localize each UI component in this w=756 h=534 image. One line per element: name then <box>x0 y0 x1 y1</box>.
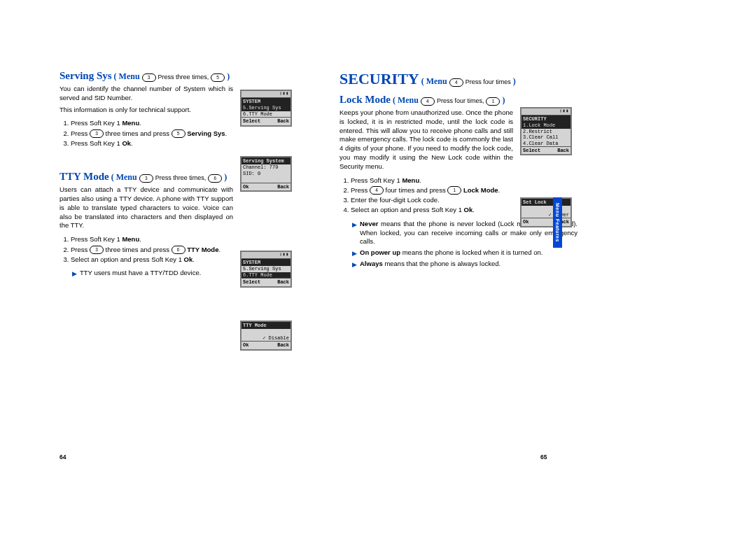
lcd-statusbar: ▯▮▮ <box>241 252 290 259</box>
heading-text: SECURITY <box>340 70 419 88</box>
key-icon: 3 <box>90 129 104 138</box>
key-icon: 3 <box>142 73 156 82</box>
phone-screen-icon: ▯▮▮ SYSTEM 5.Serving Sys 6.TTY Mode Sele… <box>240 90 292 127</box>
heading-text: TTY Mode <box>59 171 109 183</box>
phone-screen-icon: Set Lock ✓ Never OkBack <box>520 197 572 227</box>
step-item: Press 4 four times and press 1 Lock Mode… <box>351 185 578 195</box>
heading-text: Serving Sys <box>59 70 112 82</box>
paren-open: ( <box>114 71 117 82</box>
paren-close: ) <box>227 71 230 82</box>
key-icon: 3 <box>139 174 153 183</box>
key-icon: 6 <box>172 246 186 254</box>
page-number-right: 65 <box>540 454 547 461</box>
arrow-icon: ▶ <box>352 248 357 258</box>
body-paragraph: This information is only for technical s… <box>59 106 233 115</box>
menu-label: Menu <box>119 71 140 82</box>
lcd-statusbar: ▯▮▮ <box>241 91 290 98</box>
key-icon: 3 <box>90 246 104 254</box>
section-tab: Menu Features <box>553 197 562 248</box>
key-icon: 4 <box>370 186 384 195</box>
option-item: ▶ On power up means the phone is locked … <box>352 248 578 258</box>
key-icon: 4 <box>421 97 435 106</box>
step-item: Press Soft Key 1 Menu. <box>71 234 291 244</box>
security-heading: SECURITY ( Menu 4 Press four times ) <box>340 70 578 88</box>
arrow-icon: ▶ <box>352 220 357 246</box>
lcd-statusbar: ▯▮▮ <box>522 108 570 115</box>
step-item: Press Soft Key 1 Menu. <box>71 118 248 128</box>
key-icon: 1 <box>447 186 461 195</box>
right-page: SECURITY ( Menu 4 Press four times ) Loc… <box>340 70 578 280</box>
step-item: Press 3 three times and press 6 TTY Mode… <box>71 245 237 255</box>
phone-screen-icon: Serving System Channel: 779 SID: 0 OkBac… <box>240 156 292 192</box>
heading-text: Lock Mode <box>340 94 391 106</box>
body-paragraph: Keeps your phone from unauthorized use. … <box>340 108 513 171</box>
key-icon: 5 <box>211 73 225 82</box>
page-number-left: 64 <box>59 454 66 461</box>
step-item: Press 3 three times and press 5 Serving … <box>71 129 248 139</box>
step-item: Press Soft Key 1 Ok. <box>71 139 248 148</box>
phone-screen-icon: ▯▮▮ SYSTEM 5.Serving Sys 6.TTY Mode Sele… <box>240 251 292 288</box>
arrow-icon: ▶ <box>352 260 357 269</box>
lock-mode-heading: Lock Mode ( Menu 4 Press four times, 1 ) <box>340 94 578 106</box>
key-icon: 1 <box>486 97 500 106</box>
phone-screen-icon: ▯▮▮ SECURITY 1.Lock Mode 2.Restrict 3.Cl… <box>520 107 572 155</box>
left-page: Serving Sys ( Menu 3 Press three times, … <box>59 70 290 280</box>
body-paragraph: You can identify the channel number of S… <box>59 85 233 103</box>
option-item: ▶ Always means that the phone is always … <box>352 260 578 269</box>
key-icon: 5 <box>172 129 186 138</box>
arrow-icon: ▶ <box>72 269 77 278</box>
key-icon: 4 <box>449 78 463 87</box>
body-paragraph: Users can attach a TTY device and commun… <box>59 185 233 230</box>
serving-sys-heading: Serving Sys ( Menu 3 Press three times, … <box>59 70 290 82</box>
phone-screen-icon: TTY Mode ✓ Disable OkBack <box>240 321 292 351</box>
key-icon: 6 <box>208 174 222 183</box>
step-item: Press Soft Key 1 Menu. <box>351 176 578 185</box>
steps-list: Press Soft Key 1 Menu. Press 3 three tim… <box>59 118 248 148</box>
nav-text: Press three times, <box>158 73 209 80</box>
